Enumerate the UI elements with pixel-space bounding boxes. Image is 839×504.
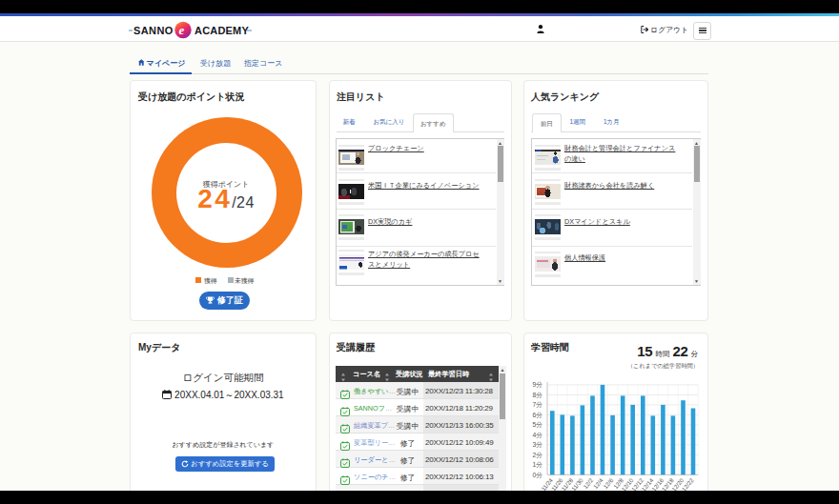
svg-text:6分: 6分 <box>532 412 542 418</box>
svg-text:1分: 1分 <box>532 461 542 468</box>
svg-text:0分: 0分 <box>532 472 542 478</box>
svg-text:ACADEMY: ACADEMY <box>194 25 249 36</box>
svg-text:8分: 8分 <box>532 392 542 398</box>
svg-text:12/6: 12/6 <box>602 476 614 490</box>
svg-text:7分: 7分 <box>532 401 542 408</box>
svg-text:3分: 3分 <box>532 441 542 448</box>
svg-text:2分: 2分 <box>532 452 542 458</box>
svg-text:SANNO: SANNO <box>133 25 174 36</box>
svg-text:5分: 5分 <box>532 421 542 428</box>
svg-text:e: e <box>179 23 185 37</box>
svg-text:9分: 9分 <box>532 381 542 388</box>
svg-text:4分: 4分 <box>532 432 542 438</box>
svg-text:12/4: 12/4 <box>592 476 604 490</box>
